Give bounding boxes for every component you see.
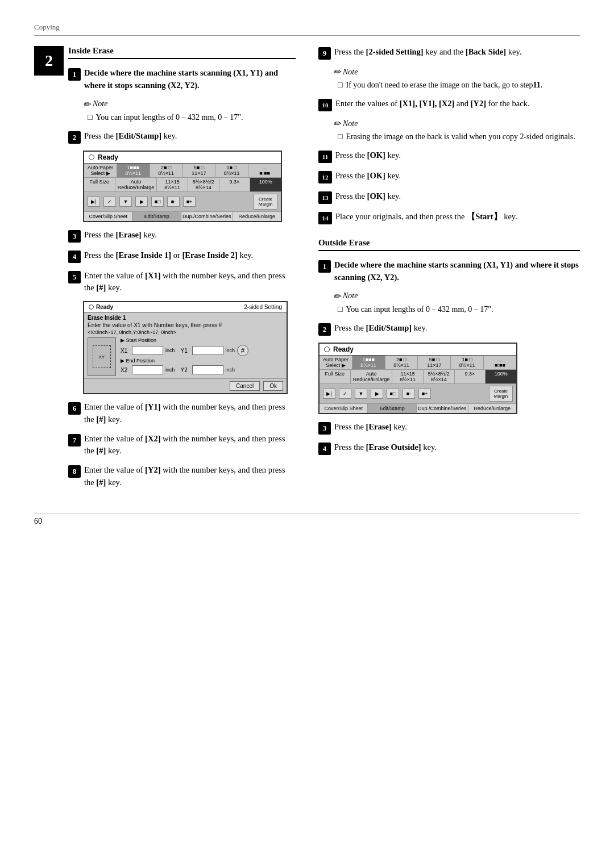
- step-13: 13 Press the [OK] key.: [318, 190, 580, 204]
- outside-step-1-text: Decide where the machine starts scanning…: [334, 259, 580, 284]
- step-num-14: 14: [318, 212, 332, 224]
- note-2-text: If you don't need to erase the image on …: [338, 79, 580, 91]
- step-num-1: 1: [68, 68, 81, 81]
- step-4-text: Press the [Erase Inside 1] or [Erase Ins…: [84, 249, 253, 262]
- page-number: 60: [34, 517, 42, 525]
- note-3-text: Erasing the image on the back is valid w…: [338, 131, 580, 143]
- ok-btn[interactable]: Ok: [263, 381, 283, 391]
- step-1-text: Decide where the machine starts scanning…: [84, 67, 296, 92]
- lcd-screen-2: Ready 2-sided Setting Erase Inside 1 Ent…: [83, 301, 288, 394]
- breadcrumb-text: Copying: [34, 23, 60, 31]
- step-num-8: 8: [68, 465, 81, 478]
- step-2-text: Press the [Edit/Stamp] key.: [84, 130, 177, 143]
- step-5-text: Enter the value of [X1] with the number …: [84, 270, 296, 295]
- note-2: ✏ Note If you don't need to erase the im…: [333, 66, 580, 91]
- outside-step-2: 2 Press the [Edit/Stamp] key.: [318, 322, 580, 336]
- step-10: 10 Enter the values of [X1], [Y1], [X2] …: [318, 98, 580, 111]
- step-3-text: Press the [Erase] key.: [84, 229, 157, 241]
- step-10-text: Enter the values of [X1], [Y1], [X2] and…: [335, 98, 529, 110]
- lcd-screen-3: Ready Auto PaperSelect ▶ 1■■■8½×11 2■ □8…: [318, 343, 517, 414]
- step-num-13: 13: [318, 191, 332, 204]
- step-num-11: 11: [318, 151, 332, 163]
- step-num-9: 9: [318, 47, 331, 60]
- lcd-screen-1: Ready Auto PaperSelect ▶ 1■■■8½×11 2■ □8…: [83, 151, 282, 222]
- step-4: 4 Press the [Erase Inside 1] or [Erase I…: [68, 249, 296, 263]
- step-14: 14 Place your originals, and then press …: [318, 211, 580, 224]
- step-6-text: Enter the value of [Y1] with the number …: [84, 401, 296, 426]
- step-7-text: Enter the value of [X2] with the number …: [84, 433, 296, 458]
- lcd-ready-label: Ready: [98, 153, 118, 161]
- outside-step-4-text: Press the [Erase Outside] key.: [334, 441, 437, 454]
- outside-step-3-text: Press the [Erase] key.: [334, 421, 407, 433]
- note-1: ✏ Note You can input lengths of 0 – 432 …: [83, 99, 296, 123]
- cancel-btn[interactable]: Cancel: [230, 381, 260, 391]
- step-12-text: Press the [OK] key.: [335, 170, 401, 182]
- outside-step-num-3: 3: [318, 422, 331, 435]
- step-num-2: 2: [68, 131, 81, 144]
- step-num-4: 4: [68, 251, 81, 263]
- inside-erase-title: Inside Erase: [68, 46, 296, 59]
- outside-step-1: 1 Decide where the machine starts scanni…: [318, 259, 580, 284]
- step-num-3: 3: [68, 230, 81, 243]
- step-num-6: 6: [68, 402, 81, 415]
- step-11-text: Press the [OK] key.: [335, 149, 401, 162]
- note-1-text: You can input lengths of 0 – 432 mm, 0 –…: [88, 111, 296, 123]
- step-num-10: 10: [318, 99, 332, 111]
- step-7: 7 Enter the value of [X2] with the numbe…: [68, 433, 296, 458]
- outside-erase-section: Outside Erase 1 Decide where the machine…: [318, 238, 580, 455]
- ready-dot: [89, 155, 94, 160]
- step-8: 8 Enter the value of [Y2] with the numbe…: [68, 464, 296, 489]
- step-num-12: 12: [318, 171, 332, 183]
- note-3: ✏ Note Erasing the image on the back is …: [333, 118, 580, 143]
- step-8-text: Enter the value of [Y2] with the number …: [84, 464, 296, 489]
- step-12: 12 Press the [OK] key.: [318, 170, 580, 183]
- chapter-badge: 2: [34, 46, 64, 76]
- step-5: 5 Enter the value of [X1] with the numbe…: [68, 270, 296, 295]
- step-9-text: Press the [2-sided Setting] key and the …: [334, 46, 521, 59]
- outside-step-num-4: 4: [318, 443, 331, 455]
- outside-note-1-text: You can input lengths of 0 – 432 mm, 0 –…: [338, 303, 580, 315]
- step-9: 9 Press the [2-sided Setting] key and th…: [318, 46, 580, 60]
- outside-step-3: 3 Press the [Erase] key.: [318, 421, 580, 435]
- step-3: 3 Press the [Erase] key.: [68, 229, 296, 243]
- step-13-text: Press the [OK] key.: [335, 190, 401, 203]
- outside-note-1: ✏ Note You can input lengths of 0 – 432 …: [333, 291, 580, 315]
- outside-step-num-2: 2: [318, 323, 331, 336]
- step-2: 2 Press the [Edit/Stamp] key.: [68, 130, 296, 144]
- outside-step-2-text: Press the [Edit/Stamp] key.: [334, 322, 427, 335]
- outside-erase-title: Outside Erase: [318, 238, 580, 251]
- step-11: 11 Press the [OK] key.: [318, 149, 580, 163]
- page-header: Copying: [34, 23, 580, 36]
- step-6: 6 Enter the value of [Y1] with the numbe…: [68, 401, 296, 426]
- outside-step-4: 4 Press the [Erase Outside] key.: [318, 441, 580, 455]
- step-num-7: 7: [68, 434, 81, 446]
- outside-step-num-1: 1: [318, 260, 331, 273]
- step-14-text: Place your originals, and then press the…: [335, 211, 517, 223]
- step-1: 1 Decide where the machine starts scanni…: [68, 67, 296, 92]
- step-num-5: 5: [68, 271, 81, 283]
- page-footer: 60: [34, 513, 580, 526]
